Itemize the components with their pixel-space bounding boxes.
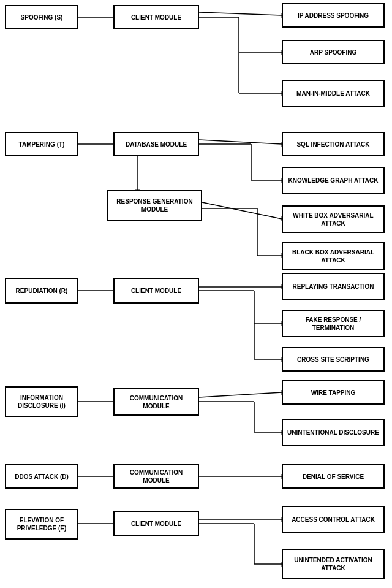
svg-line-21	[202, 202, 282, 219]
access-control-attack-box: ACCESS CONTROL ATTACK	[282, 506, 385, 533]
svg-line-2	[199, 12, 282, 15]
client-module-2-box: CLIENT MODULE	[113, 278, 199, 304]
elevation-box: ELEVATION OF PRIVELEDGE (E)	[5, 509, 78, 540]
spoofing-box: SPOOFING (S)	[5, 5, 78, 29]
ip-address-spoofing-box: IP ADDRESS SPOOFING	[282, 3, 385, 28]
database-module-box: DATABASE MODULE	[113, 132, 199, 156]
repudiation-box: REPUDIATION (R)	[5, 278, 78, 304]
response-generation-box: RESPONSE GENERATION MODULE	[107, 190, 202, 221]
wire-tapping-box: WIRE TAPPING	[282, 380, 385, 405]
client-module-1-box: CLIENT MODULE	[113, 5, 199, 29]
denial-of-service-box: DENIAL OF SERVICE	[282, 464, 385, 489]
sql-infection-box: SQL INFECTION ATTACK	[282, 132, 385, 156]
replaying-transaction-box: REPLAYING TRANSACTION	[282, 273, 385, 300]
cross-site-scripting-box: CROSS SITE SCRIPTING	[282, 347, 385, 372]
unintended-activation-box: UNINTENDED ACTIVATION ATTACK	[282, 549, 385, 579]
tampering-box: TAMPERING (T)	[5, 132, 78, 156]
svg-line-40	[199, 392, 282, 397]
knowledge-graph-box: KNOWLEDGE GRAPH ATTACK	[282, 167, 385, 194]
man-in-middle-box: MAN-IN-MIDDLE ATTACK	[282, 80, 385, 107]
svg-line-13	[199, 140, 282, 144]
ddos-attack-box: DDOS ATTACK (D)	[5, 464, 78, 489]
whitebox-adversarial-box: WHITE BOX ADVERSARIAL ATTACK	[282, 205, 385, 233]
communication-module-2-box: COMMUNICATION MODULE	[113, 464, 199, 489]
communication-module-1-box: COMMUNICATION MODULE	[113, 388, 199, 416]
fake-response-box: FAKE RESPONSE / TERMINATION	[282, 310, 385, 337]
arp-spoofing-box: ARP SPOOFING	[282, 40, 385, 64]
diagram: SPOOFING (S) CLIENT MODULE IP ADDRESS SP…	[0, 0, 392, 588]
client-module-3-box: CLIENT MODULE	[113, 511, 199, 536]
unintentional-disclosure-box: UNINTENTIONAL DISCLOSURE	[282, 419, 385, 446]
blackbox-adversarial-box: BLACK BOX ADVERSARIAL ATTACK	[282, 242, 385, 270]
info-disclosure-box: INFORMATION DISCLOSURE (I)	[5, 386, 78, 417]
